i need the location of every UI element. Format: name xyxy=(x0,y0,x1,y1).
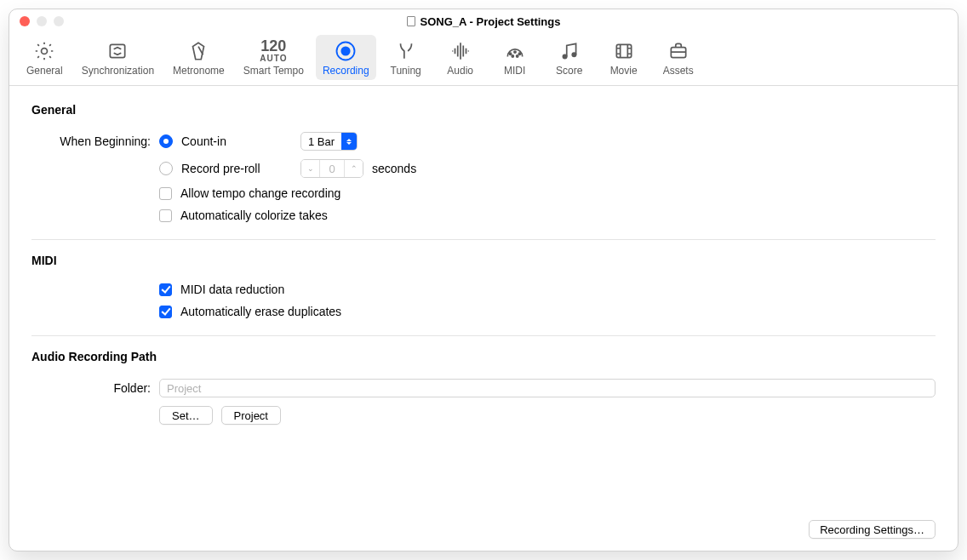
seconds-label: seconds xyxy=(372,162,416,175)
tab-label: Metronome xyxy=(173,65,225,77)
tab-label: Synchronization xyxy=(82,65,154,77)
count-in-select[interactable]: 1 Bar xyxy=(300,132,358,151)
close-button[interactable] xyxy=(20,16,30,26)
row-count-in: When Beginning: Count-in 1 Bar xyxy=(31,132,936,151)
briefcase-icon xyxy=(667,38,689,64)
toolbar-tabs: General Synchronization Metronome 120 AU… xyxy=(9,33,958,86)
tab-general[interactable]: General xyxy=(20,35,70,80)
svg-rect-11 xyxy=(616,44,631,57)
tab-label: Audio xyxy=(447,65,473,77)
stepper-up[interactable]: ⌃ xyxy=(344,160,363,177)
svg-point-9 xyxy=(563,54,566,58)
folder-label: Folder: xyxy=(31,381,151,395)
tab-assets[interactable]: Assets xyxy=(654,35,703,80)
tempo-auto: AUTO xyxy=(260,54,287,64)
window-title: SONG_A - Project Settings xyxy=(407,15,561,28)
midi-reduction-label: MIDI data reduction xyxy=(180,283,284,296)
divider xyxy=(31,239,936,240)
smart-tempo-icon: 120 AUTO xyxy=(260,38,287,64)
svg-point-3 xyxy=(342,47,350,54)
allow-tempo-label: Allow tempo change recording xyxy=(180,186,340,200)
tab-label: Recording xyxy=(323,65,369,77)
film-icon xyxy=(613,38,635,64)
midi-icon xyxy=(504,38,526,64)
tab-midi[interactable]: MIDI xyxy=(490,35,540,80)
footer: Recording Settings… xyxy=(31,520,936,539)
count-in-label: Count-in xyxy=(181,134,292,148)
metronome-icon xyxy=(187,38,209,64)
row-allow-tempo: Allow tempo change recording xyxy=(31,186,936,200)
tab-audio[interactable]: Audio xyxy=(436,35,485,80)
colorize-label: Automatically colorize takes xyxy=(180,209,328,222)
tuning-fork-icon xyxy=(395,38,417,64)
chevron-updown-icon xyxy=(341,132,357,151)
count-in-radio[interactable] xyxy=(159,134,173,148)
svg-point-6 xyxy=(518,53,520,54)
svg-point-7 xyxy=(512,55,513,57)
allow-tempo-checkbox[interactable] xyxy=(159,187,172,200)
titlebar: SONG_A - Project Settings xyxy=(9,9,958,33)
preroll-value: 0 xyxy=(320,160,344,177)
row-preroll: Record pre-roll ⌄ 0 ⌃ seconds xyxy=(31,159,936,178)
preroll-radio[interactable] xyxy=(159,162,173,175)
waveform-icon xyxy=(449,38,472,64)
tab-label: Assets xyxy=(663,65,694,77)
tab-score[interactable]: Score xyxy=(545,35,594,80)
svg-point-5 xyxy=(514,51,516,53)
tab-recording[interactable]: Recording xyxy=(316,35,376,80)
row-colorize: Automatically colorize takes xyxy=(31,209,936,222)
midi-reduction-checkbox[interactable] xyxy=(159,283,172,296)
tempo-number: 120 xyxy=(260,38,287,54)
tab-tuning[interactable]: Tuning xyxy=(381,35,431,80)
zoom-button[interactable] xyxy=(54,16,64,26)
tab-metronome[interactable]: Metronome xyxy=(166,35,232,80)
erase-dup-label: Automatically erase duplicates xyxy=(180,305,341,318)
svg-point-4 xyxy=(509,53,511,54)
row-folder: Folder: Project xyxy=(31,379,936,397)
project-button[interactable]: Project xyxy=(221,406,281,425)
divider xyxy=(31,335,936,336)
svg-point-8 xyxy=(516,55,518,57)
section-midi-title: MIDI xyxy=(31,254,936,267)
tab-label: MIDI xyxy=(504,65,525,77)
svg-rect-1 xyxy=(111,44,125,57)
tab-label: General xyxy=(26,65,63,77)
when-beginning-label: When Beginning: xyxy=(31,134,151,148)
row-erase-dup: Automatically erase duplicates xyxy=(31,305,936,318)
folder-value: Project xyxy=(167,382,201,395)
minimize-button[interactable] xyxy=(37,16,47,26)
tab-label: Movie xyxy=(610,65,638,77)
traffic-lights xyxy=(20,16,64,26)
project-settings-window: SONG_A - Project Settings General Synchr… xyxy=(9,9,958,551)
erase-dup-checkbox[interactable] xyxy=(159,306,172,318)
gear-icon xyxy=(33,38,55,64)
svg-point-0 xyxy=(42,49,48,54)
tab-label: Score xyxy=(556,65,582,77)
tab-movie[interactable]: Movie xyxy=(599,35,649,80)
folder-field[interactable]: Project xyxy=(159,379,936,397)
content-pane: General When Beginning: Count-in 1 Bar R… xyxy=(9,86,958,551)
row-midi-reduction: MIDI data reduction xyxy=(31,283,936,296)
window-title-text: SONG_A - Project Settings xyxy=(421,15,561,28)
stepper-down[interactable]: ⌄ xyxy=(301,160,320,177)
set-button[interactable]: Set… xyxy=(159,406,213,425)
preroll-label: Record pre-roll xyxy=(181,162,292,175)
document-icon xyxy=(407,16,415,26)
tab-smart-tempo[interactable]: 120 AUTO Smart Tempo xyxy=(237,35,311,80)
svg-point-10 xyxy=(572,53,575,56)
colorize-checkbox[interactable] xyxy=(159,209,172,222)
section-general-title: General xyxy=(31,103,936,117)
tab-label: Tuning xyxy=(391,65,421,77)
tab-synchronization[interactable]: Synchronization xyxy=(75,35,161,80)
count-in-value: 1 Bar xyxy=(301,135,341,148)
preroll-stepper[interactable]: ⌄ 0 ⌃ xyxy=(300,159,363,178)
tab-label: Smart Tempo xyxy=(243,65,304,77)
section-audio-path-title: Audio Recording Path xyxy=(31,350,936,363)
recording-settings-button[interactable]: Recording Settings… xyxy=(809,520,936,539)
record-icon xyxy=(334,38,358,64)
row-folder-buttons: Set… Project xyxy=(31,406,936,425)
music-notes-icon xyxy=(558,38,581,64)
sync-icon xyxy=(106,38,129,64)
